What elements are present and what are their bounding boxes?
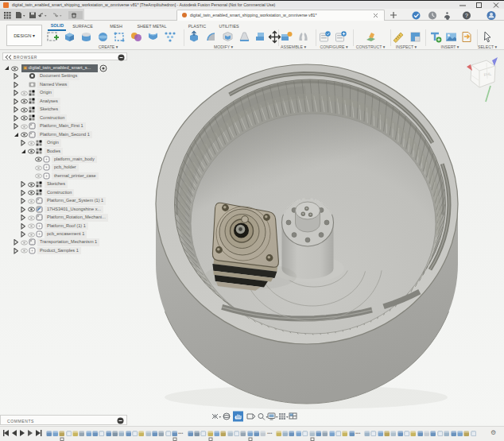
svg-text:?: ? <box>465 13 468 18</box>
